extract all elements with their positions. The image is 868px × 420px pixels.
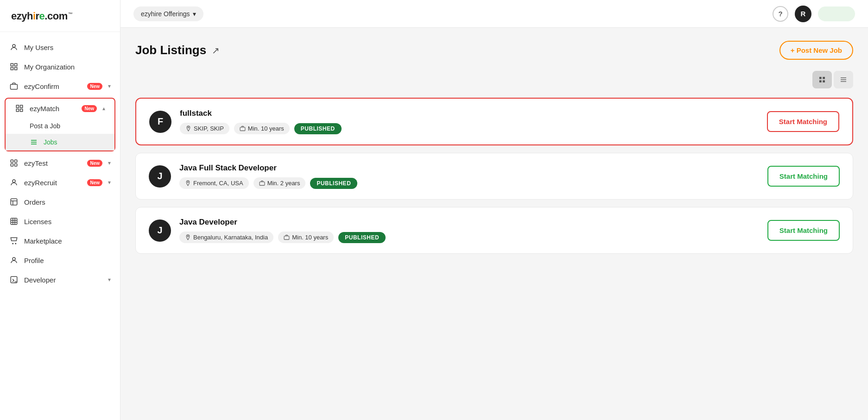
job-avatar-java-developer: J	[149, 219, 171, 242]
location-icon	[185, 234, 191, 240]
briefcase-tag-icon	[284, 234, 290, 240]
sidebar-item-my-users[interactable]: My Users	[0, 38, 120, 57]
view-toggles	[135, 71, 853, 88]
avatar-button[interactable]: R	[795, 6, 811, 22]
job-experience-java-developer: Min. 10 years	[278, 232, 334, 243]
list-view-button[interactable]	[834, 71, 853, 88]
page-title-row: Job Listings ↗	[135, 43, 220, 57]
svg-rect-7	[20, 105, 23, 107]
new-badge-ezy-recruit: New	[87, 179, 102, 186]
sidebar-item-orders[interactable]: Orders	[0, 192, 120, 212]
sidebar-item-developer[interactable]: Developer ▾	[0, 270, 120, 289]
sidebar-item-licenses[interactable]: Licenses	[0, 212, 120, 231]
grid-icon	[15, 104, 24, 113]
svg-rect-31	[819, 77, 822, 79]
post-job-label: + Post New Job	[791, 46, 842, 54]
svg-rect-6	[16, 105, 19, 107]
grid-view-button[interactable]	[812, 71, 832, 88]
job-tags-java-full-stack: Fremont, CA, USA Min. 2 years PUBLISHED	[179, 177, 759, 189]
svg-point-42	[187, 236, 188, 237]
sidebar-item-my-organization[interactable]: My Organization	[0, 57, 120, 76]
svg-point-17	[13, 180, 15, 182]
svg-point-38	[188, 127, 189, 128]
ezy-test-icon	[9, 158, 19, 168]
person-icon	[9, 43, 19, 52]
location-icon	[185, 125, 191, 132]
main-content: ezyhire Offerings ▾ ? R Job Listings ↗ +…	[120, 0, 868, 420]
svg-rect-43	[284, 236, 289, 240]
marketplace-icon	[9, 236, 19, 245]
svg-point-26	[13, 243, 13, 244]
topbar-spacer	[818, 6, 855, 21]
briefcase-icon	[9, 81, 19, 91]
svg-rect-5	[11, 84, 18, 89]
job-experience-java-full-stack: Min. 2 years	[253, 177, 306, 189]
svg-rect-16	[15, 164, 17, 166]
licenses-icon	[9, 217, 19, 226]
job-info-java-developer: Java Developer Bengaluru, Karnataka, Ind…	[179, 218, 759, 243]
start-matching-button-fullstack[interactable]: Start Matching	[767, 111, 839, 132]
sidebar-item-post-a-job[interactable]: Post a Job	[6, 118, 114, 134]
sidebar-item-ezy-recruit[interactable]: ezyRecruit New ▾	[0, 173, 120, 192]
sidebar-item-ezy-match[interactable]: ezyMatch New ▴	[6, 99, 114, 118]
sidebar-item-marketplace[interactable]: Marketplace	[0, 231, 120, 251]
briefcase-tag-icon	[259, 180, 265, 186]
developer-icon	[9, 275, 19, 284]
start-matching-button-java-full-stack[interactable]: Start Matching	[767, 166, 840, 187]
sidebar-label-ezy-match: ezyMatch	[30, 105, 76, 113]
sidebar-label-ezy-confirm: ezyConfirm	[24, 82, 82, 90]
svg-rect-14	[15, 160, 17, 162]
job-location-fullstack: SKIP, SKIP	[180, 123, 229, 134]
org-icon	[9, 62, 19, 71]
sidebar-label-marketplace: Marketplace	[24, 237, 111, 245]
svg-point-0	[13, 44, 15, 47]
svg-rect-3	[11, 68, 13, 70]
sidebar-label-jobs: Jobs	[44, 138, 57, 146]
new-badge-ezy-test: New	[87, 160, 102, 167]
job-title-java-developer: Java Developer	[179, 218, 759, 227]
offerings-button[interactable]: ezyhire Offerings ▾	[133, 6, 203, 21]
logo: ezyhire.com™	[11, 10, 72, 22]
chevron-ezy-match: ▴	[102, 105, 105, 112]
offerings-label: ezyhire Offerings	[141, 10, 190, 18]
sidebar-label-post-a-job: Post a Job	[30, 122, 60, 130]
job-card-java-developer: J Java Developer Bengaluru, Karnataka, I…	[135, 207, 853, 254]
svg-rect-1	[11, 63, 13, 66]
chevron-ezy-test: ▾	[108, 160, 111, 166]
sidebar-item-ezy-confirm[interactable]: ezyConfirm New ▾	[0, 76, 120, 96]
svg-rect-2	[15, 63, 17, 66]
job-location-java-developer: Bengaluru, Karnataka, India	[179, 232, 273, 243]
new-badge-ezy-match: New	[82, 105, 97, 112]
start-matching-button-java-developer[interactable]: Start Matching	[767, 220, 840, 241]
location-icon	[185, 180, 191, 186]
job-avatar-java-full-stack: J	[149, 165, 171, 188]
sidebar-item-profile[interactable]: Profile	[0, 251, 120, 270]
sidebar-item-ezy-test[interactable]: ezyTest New ▾	[0, 153, 120, 173]
profile-icon	[9, 256, 19, 265]
svg-rect-4	[15, 68, 17, 70]
content-area: Job Listings ↗ + Post New Job F fullstac…	[120, 28, 868, 420]
sidebar-label-ezy-test: ezyTest	[24, 159, 82, 167]
svg-rect-39	[240, 127, 245, 131]
job-list: F fullstack SKIP, SKIP Min. 10 years	[135, 98, 853, 254]
ezy-recruit-icon	[9, 178, 19, 187]
sidebar-label-developer: Developer	[24, 276, 102, 284]
svg-point-28	[13, 257, 15, 260]
sidebar-item-jobs[interactable]: Jobs	[6, 134, 114, 150]
svg-rect-21	[11, 218, 17, 225]
sidebar-label-my-organization: My Organization	[24, 63, 111, 71]
job-info-java-full-stack: Java Full Stack Developer Fremont, CA, U…	[179, 163, 759, 189]
sidebar: ezyhire.com™ My Users My Organization ez…	[0, 0, 120, 420]
svg-rect-41	[260, 182, 265, 186]
topbar-right: ? R	[773, 6, 855, 22]
sidebar-label-orders: Orders	[24, 198, 111, 206]
svg-rect-33	[819, 80, 822, 82]
job-status-java-full-stack: PUBLISHED	[310, 178, 357, 189]
sidebar-label-my-users: My Users	[24, 44, 111, 51]
offerings-chevron: ▾	[193, 10, 196, 18]
job-status-java-developer: PUBLISHED	[338, 232, 386, 243]
post-new-job-button[interactable]: + Post New Job	[779, 41, 853, 60]
topbar-left: ezyhire Offerings ▾	[133, 6, 203, 21]
help-button[interactable]: ?	[773, 6, 788, 22]
svg-rect-32	[823, 77, 825, 79]
